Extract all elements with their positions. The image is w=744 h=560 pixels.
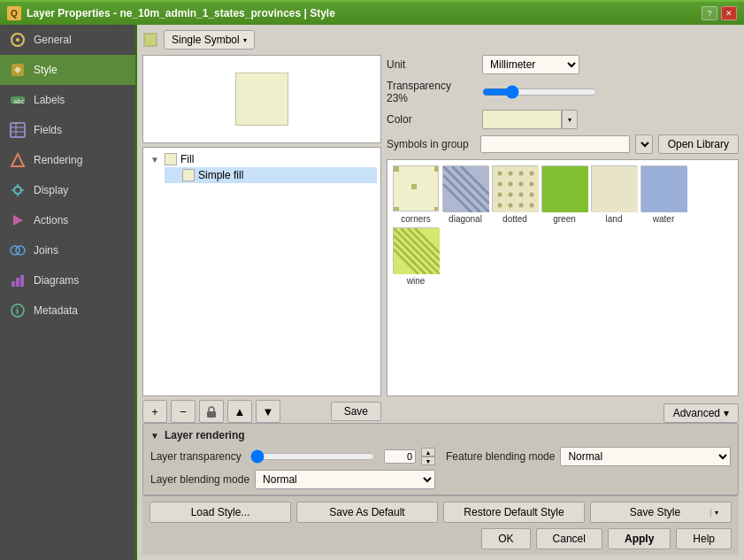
help-dialog-button[interactable]: Help xyxy=(676,528,732,549)
symbol-corners[interactable]: corners xyxy=(393,165,439,224)
save-style-button[interactable]: Save Style ▾ xyxy=(590,502,732,523)
svg-rect-52 xyxy=(641,166,687,212)
svg-point-41 xyxy=(530,182,534,187)
transparency-spin-down[interactable]: ▼ xyxy=(421,456,435,465)
svg-text:i: i xyxy=(16,305,19,316)
sidebar-item-fields[interactable]: Fields xyxy=(0,115,135,145)
svg-rect-51 xyxy=(592,166,638,212)
app-icon: Q xyxy=(7,6,21,20)
sidebar-item-rendering-label: Rendering xyxy=(34,154,82,166)
svg-rect-19 xyxy=(144,34,157,46)
symbol-toolbar: + − ▲ ▼ Save xyxy=(142,400,381,423)
advanced-arrow: ▾ xyxy=(724,407,729,419)
add-layer-button[interactable]: + xyxy=(142,400,167,423)
svg-point-45 xyxy=(530,193,534,197)
symbol-dotted[interactable]: dotted xyxy=(492,165,538,224)
move-up-button[interactable]: ▲ xyxy=(227,400,252,423)
fields-icon xyxy=(9,121,27,139)
unit-select[interactable]: Millimeter Pixel Point Inch MapUnit xyxy=(482,55,579,74)
sidebar-item-display-label: Display xyxy=(34,184,68,196)
symbols-group-row: Symbols in group Open Library xyxy=(387,134,739,154)
bottom-row2: OK Cancel Apply Help xyxy=(150,528,732,549)
symbol-water[interactable]: water xyxy=(640,165,686,224)
layer-transparency-label: Layer transparency xyxy=(150,450,242,463)
transparency-slider[interactable] xyxy=(482,86,597,98)
sidebar-item-general-label: General xyxy=(34,34,72,46)
feature-blending-row: Feature blending mode Normal Multiply Sc… xyxy=(446,447,731,466)
window-title: Layer Properties - ne_10m_admin_1_states… xyxy=(27,7,335,19)
save-style-label: Save Style xyxy=(603,506,707,518)
cancel-button[interactable]: Cancel xyxy=(536,528,602,549)
sidebar-item-diagrams[interactable]: Diagrams xyxy=(0,265,135,295)
color-dropdown-button[interactable]: ▾ xyxy=(562,110,578,129)
layer-transparency-input[interactable]: 0 xyxy=(384,449,416,464)
save-as-default-button[interactable]: Save As Default xyxy=(296,502,438,523)
sidebar-item-rendering[interactable]: Rendering xyxy=(0,145,135,175)
diagonal-label: diagonal xyxy=(449,214,482,224)
sidebar-item-general[interactable]: General xyxy=(0,25,135,55)
rendering-icon xyxy=(9,151,27,169)
color-row: Color ▾ xyxy=(387,110,739,129)
layer-blending-select[interactable]: Normal Multiply Screen Overlay Darken Li… xyxy=(255,470,435,489)
layer-blending-label: Layer blending mode xyxy=(150,473,249,486)
sidebar-item-style[interactable]: Style xyxy=(0,55,135,85)
svg-point-46 xyxy=(498,203,502,208)
sidebar-item-style-label: Style xyxy=(34,64,58,76)
properties-panel: Unit Millimeter Pixel Point Inch MapUnit… xyxy=(387,55,739,423)
sidebar-item-joins[interactable]: Joins xyxy=(0,235,135,265)
symbol-green[interactable]: green xyxy=(541,165,587,224)
symbols-group-select[interactable] xyxy=(635,134,653,154)
svg-point-1 xyxy=(16,38,19,42)
svg-point-48 xyxy=(519,203,524,208)
land-label: land xyxy=(606,214,623,224)
feature-blending-select[interactable]: Normal Multiply Screen Overlay xyxy=(560,447,731,466)
diagonal-swatch-box xyxy=(442,165,488,211)
tree-simple-fill[interactable]: Simple fill xyxy=(165,167,377,183)
sidebar-item-metadata-label: Metadata xyxy=(34,304,78,317)
wine-label: wine xyxy=(407,276,426,286)
sidebar-item-actions[interactable]: Actions xyxy=(0,205,135,235)
svg-point-38 xyxy=(498,182,502,187)
dotted-label: dotted xyxy=(502,214,527,224)
ok-button[interactable]: OK xyxy=(481,528,530,549)
symbol-wine[interactable]: wine xyxy=(393,227,439,286)
load-style-button[interactable]: Load Style... xyxy=(150,502,291,523)
sidebar-item-metadata[interactable]: i Metadata xyxy=(0,295,135,326)
svg-point-40 xyxy=(519,182,524,187)
symbol-type-button[interactable]: Single Symbol ▾ xyxy=(164,30,255,50)
sidebar-item-display[interactable]: Display xyxy=(0,175,135,205)
move-down-button[interactable]: ▼ xyxy=(256,400,280,423)
svg-point-44 xyxy=(519,193,524,197)
color-label: Color xyxy=(387,113,475,126)
section-toggle[interactable]: ▼ xyxy=(150,431,159,441)
svg-text:abc: abc xyxy=(13,98,25,105)
layer-transparency-slider[interactable] xyxy=(250,450,375,463)
symbols-group-input[interactable] xyxy=(480,135,630,153)
feature-blending-label: Feature blending mode xyxy=(446,450,555,463)
diagrams-icon xyxy=(9,272,27,289)
restore-default-button[interactable]: Restore Default Style xyxy=(443,502,585,523)
symbol-land[interactable]: land xyxy=(591,165,637,224)
transparency-spin-up[interactable]: ▲ xyxy=(421,448,435,456)
green-swatch-box xyxy=(541,165,587,211)
tree-fill[interactable]: ▼ Fill xyxy=(147,151,377,167)
svg-point-37 xyxy=(530,172,534,176)
save-button[interactable]: Save xyxy=(331,402,381,421)
color-swatch[interactable] xyxy=(482,110,562,129)
save-style-arrow[interactable]: ▾ xyxy=(710,509,718,517)
close-button[interactable]: ✕ xyxy=(721,6,737,20)
open-library-button[interactable]: Open Library xyxy=(658,134,739,154)
svg-rect-15 xyxy=(16,278,19,287)
help-button[interactable]: ? xyxy=(702,6,717,20)
lock-layer-button[interactable] xyxy=(199,400,224,423)
remove-layer-button[interactable]: − xyxy=(171,400,196,423)
metadata-icon: i xyxy=(9,302,27,319)
panel-row: ▼ Fill Simple fill + − xyxy=(142,55,739,423)
svg-point-13 xyxy=(16,246,25,255)
tree-expand-toggle[interactable]: ▼ xyxy=(150,155,161,165)
apply-button[interactable]: Apply xyxy=(608,528,671,549)
symbol-diagonal[interactable]: diagonal xyxy=(442,165,488,224)
symbols-group-label: Symbols in group xyxy=(387,138,475,150)
sidebar-item-labels[interactable]: abc Labels xyxy=(0,85,135,115)
advanced-button[interactable]: Advanced ▾ xyxy=(663,403,739,423)
